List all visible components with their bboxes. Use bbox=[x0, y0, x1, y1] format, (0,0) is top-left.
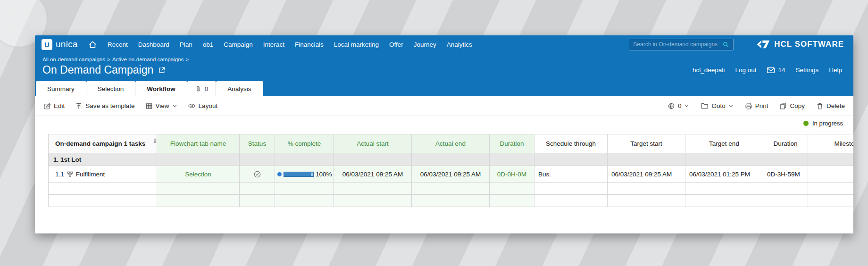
target-start-cell[interactable]: 06/03/2021 09:25 AM bbox=[608, 166, 685, 183]
empty-cell[interactable] bbox=[49, 183, 157, 195]
tab-workflow-label: Workflow bbox=[147, 85, 175, 92]
empty-cell[interactable] bbox=[49, 195, 157, 207]
empty-cell[interactable] bbox=[157, 195, 240, 207]
empty-cell[interactable] bbox=[763, 183, 808, 195]
col-header-milestone[interactable]: Milestone bbox=[808, 134, 854, 153]
external-link-icon[interactable] bbox=[158, 66, 166, 74]
nav-item-plan[interactable]: Plan bbox=[180, 41, 192, 48]
username[interactable]: hcl_deepali bbox=[693, 66, 725, 74]
empty-cell[interactable] bbox=[685, 183, 763, 195]
pct-complete-cell[interactable]: 100% bbox=[275, 166, 334, 183]
nav-item-interact[interactable]: Interact bbox=[263, 41, 284, 48]
empty-cell[interactable] bbox=[275, 195, 334, 207]
view-menu-button[interactable]: View bbox=[145, 102, 177, 110]
empty-cell[interactable] bbox=[157, 183, 240, 195]
unica-brand[interactable]: U unica bbox=[42, 39, 78, 50]
breadcrumb-link-active[interactable]: Active on-demand campaigns bbox=[112, 57, 184, 62]
col-header-tasks[interactable]: On-demand campaign 1 tasks ⁞⁞ bbox=[49, 134, 157, 153]
nav-item-recent[interactable]: Recent bbox=[108, 41, 128, 48]
tab-attachments[interactable]: 0 bbox=[187, 81, 217, 96]
logout-link[interactable]: Log out bbox=[735, 66, 756, 74]
links-menu-button[interactable]: 0 bbox=[668, 102, 690, 110]
chevron-down-icon bbox=[172, 103, 177, 108]
nav-item-campaign[interactable]: Campaign bbox=[224, 41, 253, 48]
tab-selection[interactable]: Selection bbox=[86, 81, 136, 96]
breadcrumb-link-all[interactable]: All on-demand campaigns bbox=[42, 57, 105, 62]
empty-cell[interactable] bbox=[808, 195, 854, 207]
tab-workflow[interactable]: Workflow bbox=[135, 81, 187, 96]
save-as-template-label: Save as template bbox=[85, 102, 134, 109]
col-header-status[interactable]: Status bbox=[240, 134, 275, 153]
empty-cell[interactable] bbox=[275, 183, 334, 195]
status-cell[interactable] bbox=[240, 166, 275, 183]
empty-cell[interactable] bbox=[534, 195, 608, 207]
folder-icon bbox=[701, 102, 709, 109]
nav-item-financials[interactable]: Financials bbox=[295, 41, 324, 48]
nav-item-journey[interactable]: Journey bbox=[414, 41, 436, 48]
empty-cell[interactable] bbox=[412, 183, 490, 195]
empty-cell[interactable] bbox=[334, 183, 412, 195]
group-row-1st-lot[interactable]: 1. 1st Lot bbox=[49, 153, 854, 166]
attachment-count: 0 bbox=[205, 85, 209, 92]
col-header-actual-start[interactable]: Actual start bbox=[334, 134, 412, 153]
empty-cell[interactable] bbox=[685, 195, 763, 207]
layout-button[interactable]: Layout bbox=[188, 102, 218, 109]
tasks-header-label: On-demand campaign 1 tasks bbox=[55, 140, 145, 147]
settings-link[interactable]: Settings bbox=[795, 66, 818, 74]
empty-cell[interactable] bbox=[240, 183, 275, 195]
eye-icon bbox=[188, 102, 196, 109]
col-header-duration[interactable]: Duration bbox=[490, 134, 534, 153]
empty-cell[interactable] bbox=[608, 195, 685, 207]
copy-button[interactable]: Copy bbox=[779, 102, 805, 110]
empty-cell[interactable] bbox=[763, 195, 808, 207]
column-splitter-handle[interactable]: ⁞⁞ bbox=[153, 137, 156, 144]
actual-start-cell[interactable]: 06/03/2021 09:25 AM bbox=[334, 166, 412, 183]
help-link[interactable]: Help bbox=[829, 66, 842, 74]
empty-cell[interactable] bbox=[334, 195, 412, 207]
nav-item-offer[interactable]: Offer bbox=[389, 41, 403, 48]
nav-item-local-marketing[interactable]: Local marketing bbox=[334, 41, 379, 48]
empty-cell[interactable] bbox=[808, 183, 854, 195]
edit-button[interactable]: Edit bbox=[43, 102, 65, 110]
goto-menu-button[interactable]: Goto bbox=[701, 102, 733, 109]
tab-analysis[interactable]: Analysis bbox=[216, 81, 263, 96]
check-circle-icon bbox=[253, 170, 261, 178]
delete-label: Delete bbox=[826, 102, 845, 109]
delete-button[interactable]: Delete bbox=[816, 102, 845, 110]
empty-cell[interactable] bbox=[490, 195, 534, 207]
col-header-schedule-through[interactable]: Schedule through bbox=[534, 134, 608, 153]
empty-cell[interactable] bbox=[490, 183, 534, 195]
col-header-actual-end[interactable]: Actual end bbox=[412, 134, 490, 153]
home-icon[interactable] bbox=[88, 40, 97, 49]
duration-cell[interactable]: 0D-0H-0M bbox=[490, 166, 534, 183]
flowchart-tab-cell[interactable]: Selection bbox=[157, 166, 240, 183]
empty-cell[interactable] bbox=[412, 195, 490, 207]
col-header-target-end[interactable]: Target end bbox=[685, 134, 763, 153]
mail-indicator[interactable]: 14 bbox=[767, 66, 785, 74]
schedule-through-cell[interactable]: Bus. bbox=[534, 166, 608, 183]
search-input[interactable] bbox=[633, 41, 719, 48]
empty-cell[interactable] bbox=[608, 183, 685, 195]
nav-item-dashboard[interactable]: Dashboard bbox=[138, 41, 169, 48]
target-end-cell[interactable]: 06/03/2021 01:25 PM bbox=[685, 166, 763, 183]
empty-cell[interactable] bbox=[240, 195, 275, 207]
save-as-template-button[interactable]: Save as template bbox=[75, 102, 134, 110]
hcl-logo-text: HCL SOFTWARE bbox=[774, 40, 844, 49]
empty-cell[interactable] bbox=[534, 183, 608, 195]
search-icon[interactable] bbox=[722, 41, 729, 48]
col-header-target-duration[interactable]: Duration bbox=[763, 134, 808, 153]
actual-end-cell[interactable]: 06/03/2021 09:25 AM bbox=[412, 166, 490, 183]
col-header-flowchart[interactable]: Flowchart tab name bbox=[157, 134, 240, 153]
col-header-pct-complete[interactable]: % complete bbox=[275, 134, 334, 153]
col-header-target-start[interactable]: Target start bbox=[608, 134, 685, 153]
task-name-cell[interactable]: 1.1 Fulfillment bbox=[49, 166, 157, 183]
print-button[interactable]: Print bbox=[745, 102, 768, 110]
tab-summary[interactable]: Summary bbox=[36, 81, 86, 96]
goto-label: Goto bbox=[711, 102, 725, 109]
nav-item-ob1[interactable]: ob1 bbox=[203, 41, 214, 48]
milestone-cell[interactable] bbox=[808, 166, 854, 183]
group-cell bbox=[608, 153, 685, 166]
nav-item-analytics[interactable]: Analytics bbox=[447, 41, 472, 48]
target-duration-cell[interactable]: 0D-3H-59M bbox=[763, 166, 808, 183]
title-row: On Demand Campaign hcl_deepali Log out 1… bbox=[35, 62, 853, 80]
